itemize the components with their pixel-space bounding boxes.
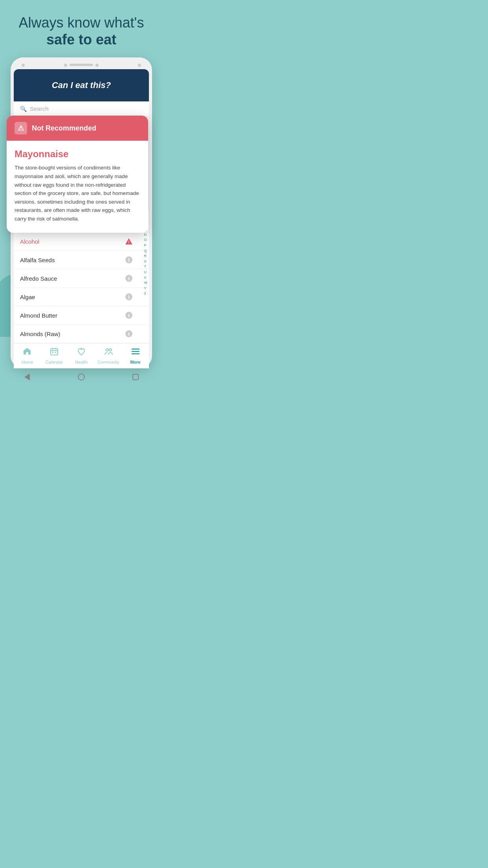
nav-item-calendar[interactable]: Calendar (41, 347, 68, 364)
popup-card: ⚠ Not Recommended Mayonnaise The store-b… (7, 116, 148, 232)
alpha-R[interactable]: R (144, 254, 148, 259)
svg-text:i: i (128, 313, 130, 318)
svg-point-21 (106, 349, 108, 351)
food-name: Almond Butter (20, 312, 57, 319)
nav-item-health[interactable]: Health (68, 347, 95, 364)
health-icon (77, 347, 86, 359)
alpha-Q[interactable]: Q (144, 248, 148, 254)
table-row[interactable]: Almonds (Raw) i (14, 325, 149, 343)
community-icon (104, 347, 113, 359)
alpha-Z[interactable]: Z (144, 291, 148, 296)
svg-text:i: i (128, 276, 130, 281)
alpha-U[interactable]: U (144, 270, 148, 275)
food-name: Alfalfa Seeds (20, 257, 55, 263)
svg-rect-18 (52, 352, 53, 353)
app-title: Can I eat this? (52, 80, 111, 90)
alpha-P[interactable]: P (144, 243, 148, 248)
table-row[interactable]: Algae i (14, 288, 149, 306)
search-icon: 🔍 (20, 106, 27, 112)
info-icon: i (125, 311, 133, 320)
page-wrapper: Always know what's safe to eat Can I eat… (0, 0, 163, 384)
info-icon: i (125, 292, 133, 301)
alpha-V[interactable]: V (144, 275, 148, 280)
headline-line2: safe to eat (19, 31, 144, 48)
popup-body: Mayonnaise The store-bought versions of … (7, 141, 148, 232)
phone-dot-left (22, 64, 25, 67)
more-icon (131, 347, 140, 359)
svg-point-22 (109, 349, 112, 351)
food-name: Alfredo Sauce (20, 275, 57, 282)
table-row[interactable]: Alfalfa Seeds i (14, 251, 149, 269)
food-name: Algae (20, 294, 35, 300)
nav-label-health: Health (75, 360, 88, 364)
bottom-nav: Home Calendar (14, 343, 149, 368)
app-header: Can I eat this? (14, 69, 149, 101)
warning-icon: ! (125, 237, 133, 246)
warning-icon: ⚠ (15, 122, 27, 134)
phone-top-bar (14, 64, 149, 67)
headline: Always know what's safe to eat (11, 14, 152, 48)
nav-item-more[interactable]: More (122, 347, 149, 364)
popup-description: The store-bought versions of condiments … (15, 164, 140, 223)
search-bar[interactable]: 🔍 Search (14, 101, 149, 116)
phone-mockup: Can I eat this? 🔍 Search ⚠ Not Recommend… (11, 57, 152, 368)
home-button[interactable] (77, 373, 85, 381)
headline-line1: Always know what's (19, 14, 144, 31)
food-list-area: J K L M N O P Q R S T U V W Y Z Alaskan … (14, 211, 149, 368)
phone-dot-c2 (95, 64, 99, 67)
nav-item-community[interactable]: Community (95, 347, 122, 364)
nav-label-community: Community (97, 360, 119, 364)
svg-text:i: i (128, 331, 130, 337)
alpha-N[interactable]: N (144, 232, 148, 237)
alpha-O[interactable]: O (144, 237, 148, 243)
nav-item-home[interactable]: Home (14, 347, 41, 364)
svg-text:i: i (128, 294, 130, 300)
search-placeholder: Search (30, 105, 49, 112)
svg-rect-19 (55, 352, 56, 353)
svg-text:!: ! (128, 240, 129, 245)
alpha-S[interactable]: S (144, 259, 148, 264)
food-name: Alcohol (20, 238, 39, 245)
svg-rect-14 (51, 349, 58, 355)
phone-dot-c1 (64, 64, 67, 67)
calendar-icon (50, 347, 59, 359)
back-button[interactable] (23, 373, 31, 381)
nav-label-calendar: Calendar (46, 360, 63, 364)
nav-label-more: More (130, 360, 140, 364)
nav-label-home: Home (22, 360, 33, 364)
popup-header: ⚠ Not Recommended (7, 116, 148, 141)
phone-notch (70, 64, 93, 66)
table-row[interactable]: Alfredo Sauce i (14, 269, 149, 288)
table-row[interactable]: Almond Butter i (14, 306, 149, 325)
info-icon: i (125, 256, 133, 264)
info-icon: i (125, 274, 133, 283)
table-row[interactable]: Alcohol ! (14, 232, 149, 251)
recents-button[interactable] (132, 373, 139, 381)
popup-food-name: Mayonnaise (15, 149, 140, 160)
system-bar (0, 368, 163, 384)
info-icon: i (125, 329, 133, 338)
alpha-T[interactable]: T (144, 264, 148, 269)
alpha-Y[interactable]: Y (144, 286, 148, 291)
svg-text:i: i (128, 257, 130, 263)
food-name: Almonds (Raw) (20, 331, 61, 337)
home-icon (22, 347, 32, 359)
alpha-W[interactable]: W (144, 280, 148, 285)
phone-dot-right (138, 64, 141, 67)
popup-status: Not Recommended (32, 124, 96, 132)
phone-dots-center (64, 64, 99, 67)
